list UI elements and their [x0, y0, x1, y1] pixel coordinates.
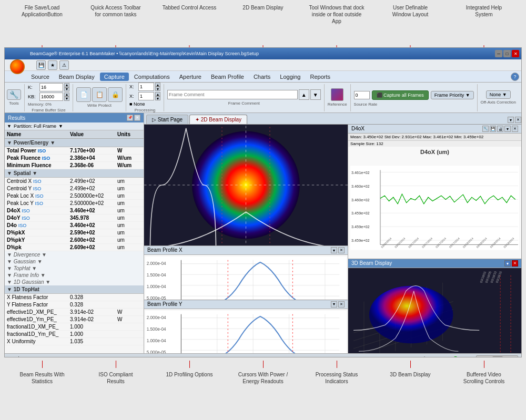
- menu-reports[interactable]: Reports: [306, 73, 335, 81]
- menu-charts[interactable]: Charts: [249, 73, 275, 81]
- row-unit: um: [117, 193, 144, 199]
- proc-x-down-1[interactable]: ▼: [155, 87, 160, 91]
- svg-text:1.000e-04: 1.000e-04: [147, 339, 166, 343]
- reference-label: Reference: [328, 102, 347, 107]
- annotation-tabbed: Tabbed Control Access: [160, 4, 218, 45]
- profile-x-close-btn[interactable]: ✕: [338, 247, 345, 253]
- minimize-button[interactable]: ─: [495, 50, 502, 57]
- save-quick-btn[interactable]: 💾: [36, 60, 46, 70]
- beam-3d-svg: 03/18/01 03/18/05 03/18/10 03/18/15: [348, 268, 521, 353]
- window-controls[interactable]: ─ □ ✕: [495, 50, 519, 57]
- section-power-energy: ▼ Power/Energy ▼: [5, 139, 144, 147]
- profile-y-float-btn[interactable]: ▼: [331, 301, 337, 308]
- menu-logging[interactable]: Logging: [276, 73, 305, 81]
- k-spin-up[interactable]: ▲: [64, 83, 69, 87]
- frame-priority-dropdown[interactable]: Frame Priority ▼: [431, 91, 474, 99]
- iso-link[interactable]: ISO: [22, 216, 30, 221]
- results-table[interactable]: Name Value Units ▼ Power/Energy ▼ Total …: [5, 130, 144, 353]
- tool-btn-1[interactable]: 🔧: [7, 89, 21, 100]
- k-label: K:: [28, 85, 38, 90]
- write-protect-btn-1[interactable]: 📄: [76, 87, 91, 102]
- beam-3d-close-btn[interactable]: ✕: [512, 260, 518, 267]
- results-close-btn[interactable]: ✕: [134, 115, 140, 121]
- k-spin-down[interactable]: ▼: [64, 87, 69, 91]
- row-name: D4oX ISO: [7, 208, 70, 213]
- app-orb[interactable]: [10, 59, 25, 74]
- profile-y-chart: 2.000e-04 1.500e-04 1.000e-04 5.000e-05 …: [144, 309, 348, 354]
- profile-y-close-btn[interactable]: ✕: [338, 301, 345, 308]
- row-unit: um: [117, 237, 144, 243]
- frame-comment-arrow-down[interactable]: ▼: [310, 89, 321, 100]
- profile-y-controls: ▼ ✕: [331, 301, 345, 308]
- qa-warning-btn[interactable]: ⚠: [59, 60, 69, 70]
- col-value: Value: [70, 131, 117, 137]
- row-name: Centroid X ISO: [7, 178, 70, 184]
- proc-x-up-1[interactable]: ▲: [155, 83, 160, 87]
- tab-2d-beam-display[interactable]: ✦ 2D Beam Display: [189, 115, 247, 124]
- row-name: D%pk: [7, 244, 70, 250]
- menu-source[interactable]: Source: [27, 73, 54, 81]
- bottom-annotation-cursors: Cursors With Power /Energy Readouts: [234, 361, 292, 408]
- proc-x-down-2[interactable]: ▼: [155, 96, 160, 100]
- iso-link[interactable]: ISO: [38, 148, 46, 153]
- beam-3d-float-btn[interactable]: ▼: [504, 260, 511, 267]
- proc-none-label: ■ None: [129, 101, 145, 107]
- d4ox-float-btn[interactable]: ▼: [504, 126, 511, 132]
- kb-spin-up[interactable]: ▲: [64, 93, 69, 97]
- frame-comment-input[interactable]: [167, 90, 298, 99]
- menu-aperture[interactable]: Aperture: [175, 73, 206, 81]
- offaxis-none-dropdown[interactable]: None ▼: [486, 90, 511, 99]
- top-annotations: File Save/Load ApplicationButton Quick A…: [0, 0, 526, 47]
- write-protect-btn-3[interactable]: 🔒: [108, 87, 123, 102]
- profile-x-float-btn[interactable]: ▼: [331, 247, 337, 253]
- tab-start-page[interactable]: ▷ Start Page: [146, 115, 188, 124]
- row-name: Centroid Y ISO: [7, 186, 70, 191]
- d4ox-close-btn[interactable]: ✕: [512, 126, 518, 132]
- table-row: effective1D_Ym_PE_ 3.914e-02 W: [5, 316, 144, 323]
- d4ox-sample-size: Sample Size: 132: [348, 141, 521, 147]
- bottom-annotation-beam-results: Beam Results With Statistics: [13, 361, 71, 408]
- row-unit: um: [117, 230, 144, 235]
- proc-x-input-1[interactable]: [138, 83, 154, 91]
- write-protect-btn-2[interactable]: 📋: [92, 87, 107, 102]
- tab-close-btn[interactable]: ✕: [515, 117, 521, 123]
- menu-computations[interactable]: Computations: [130, 73, 174, 81]
- menu-capture[interactable]: Capture: [100, 73, 129, 81]
- proc-x-up-2[interactable]: ▲: [155, 92, 160, 96]
- iso-link[interactable]: ISO: [42, 156, 50, 161]
- frame-comment-arrow-up[interactable]: ▲: [299, 89, 309, 100]
- menu-beam-profile[interactable]: Beam Profile: [207, 73, 248, 81]
- capture-all-frames-button[interactable]: ⬛ Capture all Frames: [372, 90, 429, 100]
- row-name: Peak Loc X ISO: [7, 193, 70, 199]
- toolbar-offaxis: None ▼ Off-Axis Correction: [481, 84, 519, 111]
- qa-star-btn[interactable]: ★: [48, 60, 57, 70]
- k-input[interactable]: [39, 83, 63, 91]
- section-spatial: ▼ Spatial ▼: [5, 169, 144, 178]
- d4ox-print-btn[interactable]: 🖨: [497, 126, 503, 132]
- iso-link[interactable]: ISO: [35, 193, 44, 199]
- bottom-annotation-iso: ISO CompliantResults: [87, 361, 145, 408]
- proc-x-input-2[interactable]: [138, 92, 154, 100]
- window-title: BeamGage® Enterprise 6.1 BeamMaker • \\c…: [30, 51, 259, 56]
- iso-link[interactable]: ISO: [22, 208, 30, 213]
- section-gaussian: ▼ Gaussian ▼: [5, 258, 144, 265]
- kb-spin-down[interactable]: ▼: [64, 97, 69, 101]
- close-button[interactable]: ✕: [512, 50, 519, 57]
- iso-link[interactable]: ISO: [18, 223, 27, 228]
- results-pin-btn[interactable]: 📌: [127, 115, 133, 121]
- iso-link[interactable]: ISO: [33, 186, 42, 191]
- kb-input[interactable]: [39, 93, 63, 101]
- maximize-button[interactable]: □: [503, 50, 511, 57]
- d4ox-toolbar-btn[interactable]: 🔧: [482, 126, 489, 132]
- color-swatch[interactable]: [331, 88, 343, 101]
- menu-beam-display[interactable]: Beam Display: [55, 73, 99, 81]
- iso-link[interactable]: ISO: [35, 201, 44, 206]
- toolbar-processing: X: ▲ ▼ X: ▲ ▼ ■ None: [129, 84, 164, 111]
- tab-float-btn[interactable]: ▼: [508, 117, 514, 123]
- iso-link[interactable]: ISO: [33, 179, 42, 184]
- source-rate-input[interactable]: [354, 91, 370, 99]
- section-1d-gaussian: ▼ 1D Gaussian ▼: [5, 279, 144, 285]
- d4ox-save-btn[interactable]: 💾: [490, 126, 496, 132]
- annotation-label: Integrated HelpSystem: [466, 5, 502, 17]
- help-button[interactable]: ?: [511, 73, 519, 81]
